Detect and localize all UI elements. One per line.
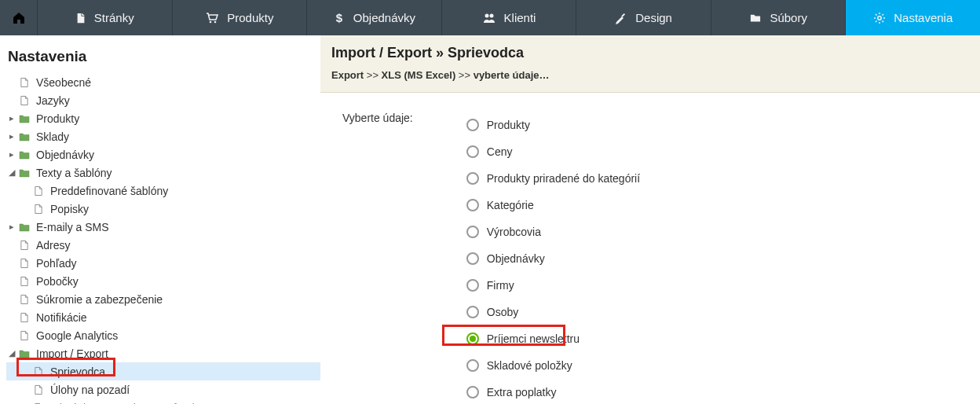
radio-option[interactable]: Produkty priradené do kategórií xyxy=(466,165,640,192)
sidebar-item[interactable]: Pobočky xyxy=(6,272,320,290)
nav-item-objednavky[interactable]: Objednávky xyxy=(307,0,442,35)
radio-icon[interactable] xyxy=(466,226,479,238)
sidebar-item-label: Úlohy na pozadí xyxy=(46,384,130,396)
top-nav: Stránky Produkty Objednávky Klienti Desi… xyxy=(0,0,980,35)
folder-icon xyxy=(749,13,762,24)
file-icon xyxy=(75,12,86,24)
folder-icon xyxy=(17,113,31,123)
sidebar-item[interactable]: Preddefinované šablóny xyxy=(6,182,320,200)
nav-item-stranky[interactable]: Stránky xyxy=(38,0,173,35)
sidebar-item-label: Sprievodca xyxy=(46,365,105,378)
crumb-format[interactable]: XLS (MS Excel) xyxy=(382,69,456,81)
radio-icon[interactable] xyxy=(466,279,479,292)
nav-home[interactable] xyxy=(0,0,38,35)
radio-label: Produkty xyxy=(487,119,530,131)
sidebar-item[interactable]: Google Analytics xyxy=(6,326,320,344)
caret-icon: ▸ xyxy=(6,149,17,160)
sidebar-item-label: Adresy xyxy=(31,239,71,252)
radio-option[interactable]: Skladové položky xyxy=(466,352,640,379)
radio-option[interactable]: Objednávky xyxy=(466,245,640,272)
crumb-current: vyberte údaje… xyxy=(474,69,550,81)
sidebar-item-label: Produkty xyxy=(31,112,79,125)
file-icon xyxy=(17,95,31,106)
radio-label: Kategórie xyxy=(487,199,534,211)
radio-option[interactable]: Ceny xyxy=(466,138,640,165)
sidebar-item-label: Popisky xyxy=(46,203,89,215)
caret-icon: ◢ xyxy=(6,167,17,178)
nav-label: Stránky xyxy=(94,11,134,24)
file-icon xyxy=(17,77,31,88)
radio-icon[interactable] xyxy=(466,252,479,265)
export-data-form: Vyberte údaje: ProduktyCenyProdukty prir… xyxy=(320,93,980,404)
radio-icon[interactable] xyxy=(466,199,479,211)
radio-option[interactable]: Firmy xyxy=(466,272,640,299)
file-icon xyxy=(17,240,31,251)
radio-icon[interactable] xyxy=(466,119,479,131)
file-icon xyxy=(31,384,46,395)
sidebar-item[interactable]: Adresy xyxy=(6,236,320,254)
page-title: Import / Export » Sprievodca xyxy=(331,45,969,61)
sidebar-item[interactable]: ▸Produkty xyxy=(6,109,320,127)
radio-icon[interactable] xyxy=(466,145,479,158)
radio-icon[interactable] xyxy=(466,172,479,185)
radio-icon[interactable] xyxy=(466,306,479,318)
nav-item-produkty[interactable]: Produkty xyxy=(173,0,308,35)
settings-tree: VšeobecnéJazyky▸Produkty▸Sklady▸Objednáv… xyxy=(6,73,320,404)
sidebar-item-label: Migrácia z Heureka XML feedu xyxy=(46,402,201,405)
nav-label: Objednávky xyxy=(353,11,415,24)
sidebar-item-label: Všeobecné xyxy=(31,76,91,89)
file-icon xyxy=(17,258,31,269)
nav-item-design[interactable]: Design xyxy=(576,0,711,35)
sidebar-item-label: Súkromie a zabezpečenie xyxy=(31,293,163,306)
sidebar-item[interactable]: Súkromie a zabezpečenie xyxy=(6,290,320,308)
sidebar-item[interactable]: Migrácia z Heureka XML feedu xyxy=(6,398,320,404)
radio-icon[interactable] xyxy=(466,332,479,345)
radio-label: Osoby xyxy=(487,306,518,318)
breadcrumb: Export >> XLS (MS Excel) >> vyberte údaj… xyxy=(331,69,969,81)
sidebar-item[interactable]: Všeobecné xyxy=(6,73,320,91)
caret-icon: ▸ xyxy=(6,131,17,141)
file-icon xyxy=(31,366,46,377)
radio-label: Ceny xyxy=(487,145,513,158)
sidebar-item[interactable]: Popisky xyxy=(6,200,320,218)
brush-icon xyxy=(615,12,627,24)
sidebar-item[interactable]: ▸Objednávky xyxy=(6,145,320,163)
sidebar-title: Nastavenia xyxy=(6,45,320,73)
sidebar-item-label: Notifikácie xyxy=(31,311,87,324)
cart-icon xyxy=(205,12,219,24)
file-icon xyxy=(31,185,46,196)
radio-option[interactable]: Osoby xyxy=(466,299,640,325)
crumb-sep: >> xyxy=(367,69,382,81)
sidebar-item[interactable]: Sprievodca xyxy=(6,362,320,380)
nav-item-nastavenia[interactable]: Nastavenia xyxy=(846,0,980,35)
radio-icon[interactable] xyxy=(466,386,479,398)
caret-icon: ◢ xyxy=(6,348,17,358)
sidebar-item[interactable]: Notifikácie xyxy=(6,308,320,326)
folder-icon xyxy=(17,222,31,232)
nav-item-subory[interactable]: Súbory xyxy=(711,0,847,35)
sidebar-item[interactable]: Úlohy na pozadí xyxy=(6,380,320,398)
nav-label: Produkty xyxy=(227,11,273,24)
radio-option[interactable]: Extra poplatky xyxy=(466,379,640,404)
radio-option[interactable]: Príjemci newslettru xyxy=(466,325,640,352)
sidebar-item[interactable]: Jazyky xyxy=(6,91,320,109)
sidebar-item[interactable]: ▸E-maily a SMS xyxy=(6,218,320,236)
radio-option[interactable]: Výrobcovia xyxy=(466,219,640,245)
radio-option[interactable]: Kategórie xyxy=(466,192,640,219)
settings-sidebar: Nastavenia VšeobecnéJazyky▸Produkty▸Skla… xyxy=(0,35,320,404)
folder-icon xyxy=(17,131,31,141)
crumb-export[interactable]: Export xyxy=(331,69,364,81)
sidebar-item[interactable]: ◢Texty a šablóny xyxy=(6,163,320,182)
radio-icon[interactable] xyxy=(466,359,479,372)
crumb-sep: >> xyxy=(459,69,474,81)
radio-option[interactable]: Produkty xyxy=(466,112,640,138)
sidebar-item[interactable]: Pohľady xyxy=(6,254,320,272)
users-icon xyxy=(482,12,496,24)
folder-icon xyxy=(17,167,31,178)
nav-label: Súbory xyxy=(770,11,807,24)
sidebar-item-label: Pobočky xyxy=(31,275,79,288)
nav-item-klienti[interactable]: Klienti xyxy=(442,0,577,35)
sidebar-item[interactable]: ◢Import / Export xyxy=(6,344,320,362)
sidebar-item[interactable]: ▸Sklady xyxy=(6,127,320,145)
export-options: ProduktyCenyProdukty priradené do kategó… xyxy=(466,112,640,404)
